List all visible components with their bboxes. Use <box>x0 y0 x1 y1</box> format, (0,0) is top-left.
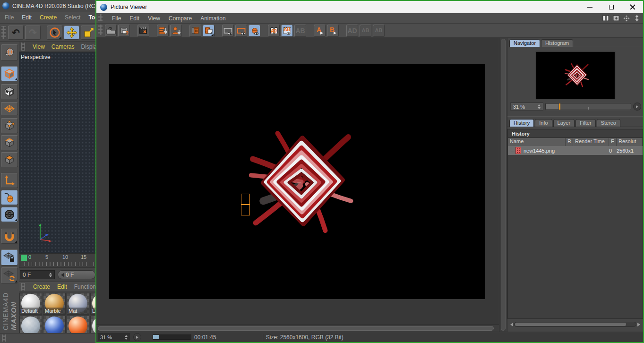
set-as-b-button[interactable]: B <box>327 25 339 37</box>
tab-layer[interactable]: Layer <box>553 119 575 127</box>
c4d-menu-edit[interactable]: Edit <box>22 14 32 21</box>
column-render-time[interactable]: Render Time <box>573 138 609 146</box>
viewport-menu-view[interactable]: View <box>33 43 45 50</box>
material-row2-2[interactable] <box>43 316 66 333</box>
fullscreen-eye-view-button[interactable] <box>249 25 260 37</box>
tab-navigator[interactable]: Navigator <box>509 39 540 47</box>
slider-position-marker[interactable] <box>559 103 560 110</box>
scrollbar-thumb[interactable] <box>501 39 506 331</box>
magnet-button[interactable] <box>1 229 18 244</box>
link-ab-button[interactable]: AB <box>360 25 371 37</box>
close-button[interactable] <box>622 1 643 13</box>
maximize-button[interactable] <box>601 1 622 13</box>
material-marble[interactable]: Marble <box>43 293 66 315</box>
delete-image-button[interactable] <box>189 25 201 37</box>
move-tool-button[interactable] <box>64 26 79 40</box>
pv-toolbar-grip[interactable] <box>98 25 103 35</box>
scrollbar-thumb[interactable] <box>98 326 494 331</box>
column-f[interactable]: F <box>609 138 617 146</box>
set-as-a-button[interactable]: A <box>314 25 326 37</box>
column-resolution[interactable]: Resolut <box>617 138 643 146</box>
lock-workplane-button[interactable] <box>1 249 18 266</box>
material-row2-1[interactable] <box>19 316 42 333</box>
viewport-camera-label[interactable]: Perspective <box>21 54 51 60</box>
scroll-right-icon[interactable] <box>637 323 640 326</box>
save-image-button[interactable]: ? <box>118 25 130 37</box>
pv-menu-file[interactable]: File <box>112 15 121 22</box>
workplane-mode-button[interactable] <box>1 102 18 115</box>
viewport-menubar-grip[interactable] <box>21 43 25 51</box>
frame-spinner[interactable] <box>49 273 53 277</box>
perspective-viewport[interactable]: Perspective <box>19 52 96 254</box>
snap-button[interactable]: S <box>1 207 18 222</box>
live-selection-button[interactable] <box>47 26 62 40</box>
swap-ab-button[interactable]: AD <box>346 25 358 37</box>
new-panel-icon[interactable] <box>612 15 619 22</box>
tab-stereo[interactable]: Stereo <box>597 119 620 127</box>
history-row-new1445[interactable]: new1445.png 0 2560x1 <box>508 146 643 155</box>
tab-history[interactable]: History <box>509 119 534 127</box>
pv-titlebar[interactable]: Picture Viewer <box>96 1 643 13</box>
pv-menu-animation[interactable]: Animation <box>200 15 225 22</box>
axis-mode-button[interactable] <box>1 173 18 188</box>
edges-mode-button[interactable] <box>1 135 18 150</box>
split-panel-icon[interactable] <box>602 15 609 22</box>
navigator-zoom-slider[interactable] <box>545 103 631 110</box>
scale-tool-button[interactable] <box>81 26 96 40</box>
canvas-horizontal-scrollbar[interactable] <box>96 324 499 332</box>
frame-slider[interactable]: 0 F <box>58 270 95 279</box>
zoom-spinner[interactable] <box>538 104 542 109</box>
render-settings-button[interactable] <box>137 25 149 37</box>
minimize-button[interactable] <box>579 1 601 13</box>
arrange-images-button[interactable] <box>157 25 169 37</box>
texture-mode-button[interactable] <box>1 84 18 99</box>
column-name[interactable]: Name <box>508 138 566 146</box>
model-mode-button[interactable] <box>1 66 18 81</box>
materials-menu-edit[interactable]: Edit <box>57 283 67 290</box>
undo-button[interactable]: ↶ <box>8 26 24 40</box>
polygons-mode-button[interactable] <box>1 152 18 167</box>
navigation-sort-button[interactable] <box>170 25 182 37</box>
play-button[interactable] <box>133 333 141 341</box>
canvas-vertical-scrollbar[interactable] <box>499 38 507 332</box>
tab-info[interactable]: Info <box>535 119 552 127</box>
viewport-menu-display[interactable]: Display <box>81 43 96 50</box>
current-frame-field[interactable]: 0 F <box>20 270 55 279</box>
status-zoom-field[interactable]: 31 % <box>97 333 130 341</box>
single-view-button[interactable] <box>222 25 234 37</box>
toolbar-grip[interactable] <box>1 26 6 39</box>
timeline-current-frame-marker[interactable] <box>21 255 27 261</box>
sequence-ab-button[interactable]: AB <box>373 25 385 37</box>
tab-histogram[interactable]: Histogram <box>541 39 573 47</box>
scrollbar-thumb[interactable] <box>515 323 626 326</box>
compare-view-button[interactable] <box>235 25 247 37</box>
pv-menu-compare[interactable]: Compare <box>169 15 192 22</box>
c4d-menu-file[interactable]: File <box>5 14 14 21</box>
material-default[interactable]: Default <box>19 293 42 315</box>
pv-menu-edit[interactable]: Edit <box>129 15 139 22</box>
redo-button[interactable]: ↷ <box>25 26 41 40</box>
material-row2-3[interactable] <box>67 316 89 333</box>
rendered-image[interactable] <box>109 64 485 299</box>
move-panel-icon[interactable] <box>623 15 630 22</box>
materials-menu-function[interactable]: Function <box>74 283 96 290</box>
navigator-thumbnail[interactable] <box>536 51 615 99</box>
statusbar-grip[interactable] <box>2 334 6 342</box>
pv-menubar-grip[interactable] <box>98 14 103 21</box>
materials-menubar-grip[interactable] <box>21 283 25 291</box>
resize-panel-icon[interactable] <box>633 15 640 22</box>
c4d-menu-select[interactable]: Select <box>65 14 80 21</box>
c4d-menu-create[interactable]: Create <box>40 14 57 21</box>
tweak-mode-button[interactable] <box>1 190 18 205</box>
history-horizontal-scrollbar[interactable] <box>510 321 640 328</box>
column-r[interactable]: R <box>566 138 573 146</box>
material-mat[interactable]: Mat <box>67 293 89 315</box>
compare-ab-wipe-button[interactable]: AB <box>294 25 306 37</box>
scroll-left-icon[interactable] <box>510 323 513 326</box>
compare-ad-button[interactable]: A D <box>268 25 280 37</box>
open-image-button[interactable] <box>105 25 117 37</box>
tab-filter[interactable]: Filter <box>575 119 595 127</box>
zoom-options-button[interactable] <box>633 103 641 111</box>
pv-menu-view[interactable]: View <box>148 15 160 22</box>
points-mode-button[interactable] <box>1 118 18 133</box>
